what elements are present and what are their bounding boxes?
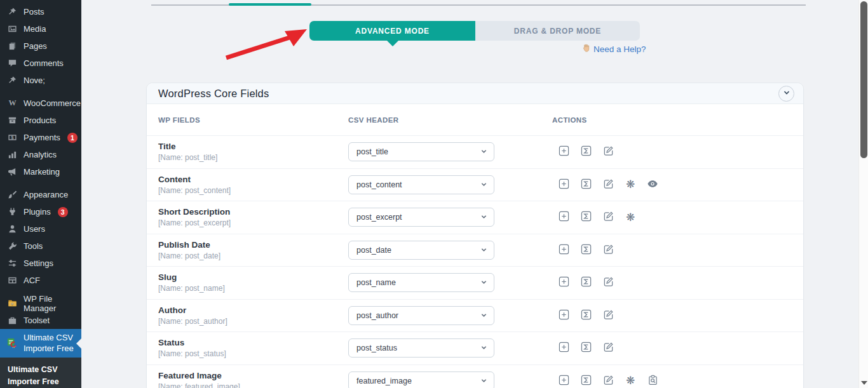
add-action-button[interactable]: [558, 244, 569, 256]
add-action-button[interactable]: [558, 277, 569, 288]
openai-icon: ❋: [626, 179, 635, 190]
sidebar-item-settings[interactable]: Settings: [0, 255, 81, 272]
sidebar-item-label: Pages: [24, 41, 47, 51]
add-action-button[interactable]: [558, 342, 569, 354]
wp-field-name: [Name: post_status]: [158, 349, 348, 358]
wordpress-admin-page: PostsMediaPagesCommentsNove;WWooCommerce…: [0, 0, 868, 388]
scrollbar-down-arrow-icon[interactable]: [861, 381, 867, 385]
edit-icon: [603, 375, 614, 387]
sidebar-item-label: Analytics: [24, 150, 57, 159]
tab-advanced-mode[interactable]: ADVANCED MODE: [309, 21, 475, 41]
wp-field-cell: Title [Name: post_title]: [147, 142, 348, 162]
edit-action-button[interactable]: [602, 179, 614, 191]
edit-action-button[interactable]: [602, 277, 614, 288]
sidebar-item-nove[interactable]: Nove;: [0, 72, 81, 89]
sidebar-item-users[interactable]: Users: [0, 220, 81, 237]
add-icon: [559, 178, 569, 191]
sigma-action-button[interactable]: [580, 277, 592, 288]
panel-header: WordPress Core Fields: [147, 83, 803, 104]
eye-action-button[interactable]: [647, 179, 658, 191]
chevron-down-icon: [480, 244, 487, 256]
media-search-icon: [648, 375, 658, 387]
csv-header-cell: post_date: [348, 241, 552, 260]
add-action-button[interactable]: [558, 179, 569, 191]
sidebar-item-appearance[interactable]: Appearance: [0, 186, 81, 203]
csv-header-select[interactable]: post_title: [348, 142, 494, 161]
csv-header-select[interactable]: post_name: [348, 273, 494, 292]
sidebar-item-label: Posts: [24, 7, 44, 17]
sidebar-item-posts[interactable]: Posts: [0, 3, 81, 20]
collapse-panel-button[interactable]: [778, 86, 794, 102]
csv-header-selected-value: post_author: [356, 311, 398, 320]
sigma-action-button[interactable]: [580, 244, 592, 256]
appearance-icon: [6, 190, 18, 199]
media-search-action-button[interactable]: [647, 375, 658, 387]
column-header-row: WP FIELDS CSV HEADER ACTIONS: [147, 104, 803, 136]
sidebar-item-products[interactable]: Products: [0, 112, 81, 129]
add-action-button[interactable]: [558, 146, 569, 157]
edit-action-button[interactable]: [602, 375, 614, 387]
openai-action-button[interactable]: ❋: [625, 179, 636, 191]
csv-header-select[interactable]: post_author: [348, 306, 494, 325]
sidebar-item-pages[interactable]: Pages: [0, 37, 81, 55]
update-count-badge: 3: [58, 207, 68, 217]
add-icon: [559, 244, 569, 257]
csv-header-selected-value: featured_image: [356, 377, 412, 385]
openai-action-button[interactable]: ❋: [625, 211, 636, 223]
add-icon: [559, 375, 569, 387]
csv-header-selected-value: post_date: [356, 246, 391, 255]
sigma-icon: [581, 276, 592, 289]
sidebar-item-label: Comments: [24, 58, 64, 68]
sidebar-item-media[interactable]: Media: [0, 20, 81, 37]
sigma-action-button[interactable]: [580, 310, 592, 321]
scrollbar-thumb[interactable]: [860, 1, 867, 158]
sidebar-item-payments[interactable]: $Payments1: [0, 129, 81, 146]
sidebar-item-analytics[interactable]: Analytics: [0, 146, 81, 163]
chevron-down-icon: [480, 375, 487, 387]
sigma-action-button[interactable]: [580, 146, 592, 157]
sidebar-item-tools[interactable]: Tools: [0, 237, 81, 255]
add-icon: [559, 145, 569, 158]
wp-field-label: Author: [158, 305, 348, 315]
need-help-link[interactable]: Need a Help?: [581, 43, 646, 55]
tab-dragdrop-mode[interactable]: DRAG & DROP MODE: [475, 21, 640, 41]
csv-header-select[interactable]: post_status: [348, 338, 494, 358]
sigma-action-button[interactable]: [580, 342, 592, 354]
edit-action-button[interactable]: [602, 146, 614, 157]
chevron-down-icon: [480, 146, 487, 157]
sigma-action-button[interactable]: [580, 179, 592, 191]
sigma-icon: [581, 309, 592, 322]
actions-cell: [552, 146, 803, 157]
sigma-action-button[interactable]: [580, 211, 592, 223]
openai-action-button[interactable]: ❋: [625, 375, 636, 387]
edit-icon: [603, 178, 614, 191]
csv-header-select[interactable]: post_excerpt: [348, 208, 494, 227]
edit-action-button[interactable]: [602, 310, 614, 321]
csv-header-select[interactable]: featured_image: [348, 371, 494, 388]
edit-action-button[interactable]: [602, 342, 614, 354]
sidebar-item-comments[interactable]: Comments: [0, 55, 81, 72]
csv-header-select[interactable]: post_content: [348, 175, 494, 194]
edit-action-button[interactable]: [602, 244, 614, 256]
sigma-action-button[interactable]: [580, 375, 592, 387]
csv-header-cell: post_content: [348, 175, 552, 194]
sidebar-item-acf[interactable]: ACF: [0, 272, 81, 289]
sidebar-item-label: Users: [24, 224, 45, 234]
sidebar-submenu-item-ultimate-csv-importer-free[interactable]: Ultimate CSV Importer Free: [0, 358, 81, 388]
openai-icon: ❋: [626, 212, 635, 223]
add-action-button[interactable]: [558, 310, 569, 321]
sidebar-item-wp-file-manager[interactable]: WWP File Manager: [0, 295, 81, 312]
add-action-button[interactable]: [558, 375, 569, 387]
sidebar-item-label: Payments: [24, 133, 60, 142]
sidebar-item-woocommerce[interactable]: WWooCommerce: [0, 95, 81, 112]
folder-icon: W: [6, 298, 18, 308]
add-action-button[interactable]: [558, 211, 569, 223]
sidebar-item-marketing[interactable]: Marketing: [0, 163, 81, 180]
pin-icon: [6, 7, 18, 17]
sidebar-item-toolset[interactable]: Toolset: [0, 312, 81, 329]
sigma-icon: [581, 244, 592, 257]
sidebar-item-ultimate-csv-importer-free[interactable]: Ultimate CSV Importer Free: [0, 329, 81, 358]
csv-header-select[interactable]: post_date: [348, 241, 494, 260]
sidebar-item-plugins[interactable]: Plugins3: [0, 203, 81, 220]
edit-action-button[interactable]: [602, 211, 614, 223]
